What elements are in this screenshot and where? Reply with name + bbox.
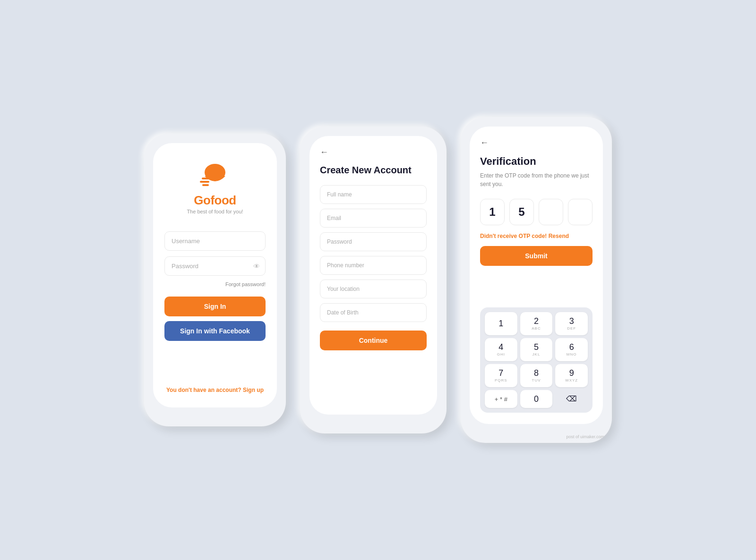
email-input[interactable]: Email — [320, 209, 427, 228]
logo-container: Gofood The best of food for you! — [187, 162, 243, 214]
numpad-key-2[interactable]: 2 ABC — [520, 312, 553, 335]
watermark: post of uimaker.com — [566, 434, 604, 439]
login-screen: Gofood The best of food for you! Usernam… — [153, 143, 277, 407]
gofood-logo-icon — [198, 162, 232, 189]
phone-input[interactable]: Phone number — [320, 256, 427, 275]
otp-digit-3[interactable] — [539, 199, 563, 225]
verify-back-button[interactable]: ← — [480, 138, 593, 148]
numpad-key-5[interactable]: 5 JKL — [520, 338, 553, 361]
submit-button[interactable]: Submit — [480, 246, 593, 266]
app-name: Gofood — [194, 193, 236, 208]
svg-rect-3 — [202, 184, 209, 186]
facebook-signin-button[interactable]: Sign In with Facebook — [164, 321, 266, 341]
register-content: ← Create New Account Full name Email Pas… — [309, 136, 437, 415]
resend-text: Didn't receive OTP code! Resend — [480, 233, 593, 239]
numpad-key-1[interactable]: 1 — [485, 312, 517, 335]
numpad: 1 2 ABC 3 DEF 4 — [480, 307, 593, 413]
phone-frame-verify: ← Verification Enter the OTP code from t… — [461, 117, 612, 443]
svg-rect-1 — [202, 178, 209, 179]
password-wrapper: Password 👁 — [164, 256, 266, 276]
signin-button[interactable]: Sign In — [164, 297, 266, 316]
otp-digit-1[interactable]: 1 — [480, 199, 505, 225]
resend-link[interactable]: Resend — [549, 233, 569, 239]
register-screen: ← Create New Account Full name Email Pas… — [309, 136, 437, 415]
svg-rect-2 — [200, 181, 209, 183]
register-password-input[interactable]: Password — [320, 232, 427, 251]
otp-digit-4[interactable] — [568, 199, 593, 225]
otp-digit-2[interactable]: 5 — [509, 199, 534, 225]
forgot-password-link[interactable]: Forgot password! — [225, 281, 266, 287]
register-title: Create New Account — [320, 165, 427, 176]
numpad-key-0[interactable]: 0 — [520, 390, 553, 408]
numpad-row-1: 1 2 ABC 3 DEF — [485, 312, 588, 335]
numpad-key-4[interactable]: 4 GHI — [485, 338, 517, 361]
signup-link-container: You don't have an account? Sign up — [166, 387, 264, 393]
numpad-backspace-button[interactable]: ⌫ — [555, 390, 588, 408]
numpad-key-7[interactable]: 7 PQRS — [485, 364, 517, 387]
numpad-row-2: 4 GHI 5 JKL 6 MNO — [485, 338, 588, 361]
location-input[interactable]: Your location — [320, 280, 427, 298]
phone-frame-register: ← Create New Account Full name Email Pas… — [300, 127, 447, 433]
password-input[interactable]: Password — [164, 256, 266, 276]
verify-screen: ← Verification Enter the OTP code from t… — [470, 127, 603, 424]
numpad-key-symbols[interactable]: + * # — [485, 390, 517, 408]
fullname-input[interactable]: Full name — [320, 185, 427, 204]
phone-frame-login: Gofood The best of food for you! Usernam… — [144, 134, 286, 426]
username-input[interactable]: Username — [164, 231, 266, 251]
verify-subtitle: Enter the OTP code from the phone we jus… — [480, 171, 593, 188]
register-back-button[interactable]: ← — [320, 147, 328, 157]
dob-input[interactable]: Date of Birth — [320, 303, 427, 322]
eye-icon[interactable]: 👁 — [253, 263, 260, 270]
login-content: Gofood The best of food for you! Usernam… — [153, 143, 277, 407]
numpad-key-3[interactable]: 3 DEF — [555, 312, 588, 335]
screens-container: Gofood The best of food for you! Usernam… — [116, 89, 640, 471]
numpad-key-9[interactable]: 9 WXYZ — [555, 364, 588, 387]
continue-button[interactable]: Continue — [320, 331, 427, 350]
signup-link[interactable]: Sign up — [243, 387, 264, 393]
verify-content: ← Verification Enter the OTP code from t… — [470, 127, 603, 424]
numpad-key-8[interactable]: 8 TUV — [520, 364, 553, 387]
verify-title: Verification — [480, 155, 593, 168]
numpad-row-3: 7 PQRS 8 TUV 9 WXYZ — [485, 364, 588, 387]
app-tagline: The best of food for you! — [187, 209, 243, 214]
otp-container: 1 5 — [480, 199, 593, 225]
numpad-key-6[interactable]: 6 MNO — [555, 338, 588, 361]
numpad-row-4: + * # 0 ⌫ — [485, 390, 588, 408]
